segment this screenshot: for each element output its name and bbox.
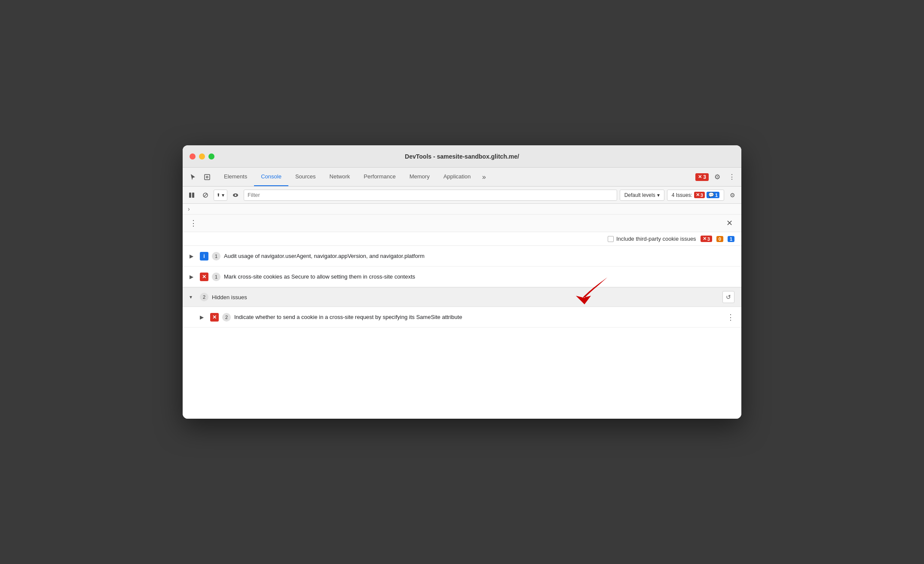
tab-memory[interactable]: Memory [403, 168, 437, 186]
cookie-info-badge: 1 [728, 236, 734, 242]
hidden-issues-expand-icon[interactable]: ▾ [190, 294, 196, 300]
issue-row[interactable]: ▶ i 1 Audit usage of navigator.userAgent… [183, 246, 741, 267]
error-badge: ✕ 3 [695, 173, 709, 181]
issues-panel-header: ⋮ ✕ [183, 215, 741, 232]
console-settings-button[interactable]: ⚙ [727, 190, 738, 201]
refresh-issues-button[interactable]: ↺ [722, 291, 734, 303]
nested-issue-kebab-icon[interactable]: ⋮ [727, 313, 734, 322]
title-bar: DevTools - samesite-sandbox.glitch.me/ [183, 145, 741, 168]
expand-arrow-icon[interactable]: ▶ [190, 253, 196, 259]
svg-rect-2 [189, 193, 191, 198]
tab-sources[interactable]: Sources [288, 168, 323, 186]
inspect-icon-button[interactable] [201, 171, 214, 184]
svg-point-1 [206, 176, 208, 178]
tab-application[interactable]: Application [437, 168, 478, 186]
nested-issue-row[interactable]: ▶ ✕ 2 Indicate whether to send a cookie … [183, 307, 741, 328]
hidden-issues-label: Hidden issues [212, 294, 719, 300]
console-body: › ⋮ ✕ Include third-party cookie issues … [183, 204, 741, 419]
hidden-issues-count-badge: 2 [200, 293, 208, 301]
error-x-icon: ✕ [698, 174, 702, 180]
settings-icon-button[interactable]: ⚙ [711, 171, 723, 183]
cookie-issues-checkbox-label[interactable]: Include third-party cookie issues [608, 236, 696, 242]
console-toolbar: ⬆ ▾ Default levels ▾ 4 Issues: ✕ 3 💬 1 [183, 187, 741, 204]
cursor-icon-button[interactable] [186, 171, 199, 184]
hidden-issues-section-header: ▾ 2 Hidden issues ↺ [183, 287, 741, 307]
nested-expand-arrow-icon[interactable]: ▶ [200, 314, 207, 320]
nested-issue-text: Indicate whether to send a cookie in a c… [234, 314, 723, 320]
filter-input[interactable] [244, 190, 617, 201]
more-tabs-button[interactable]: » [477, 171, 490, 184]
tab-performance[interactable]: Performance [357, 168, 402, 186]
ban-icon-button[interactable] [200, 190, 211, 201]
nested-issue-count-badge: 2 [222, 313, 231, 322]
issue-count-badge: 1 [212, 273, 220, 281]
console-path: › [183, 204, 741, 215]
issue-text: Mark cross-site cookies as Secure to all… [224, 273, 734, 280]
issue-info-icon: i [200, 252, 208, 261]
tabs-list: Elements Console Sources Network Perform… [217, 168, 695, 186]
tab-console[interactable]: Console [254, 168, 288, 186]
svg-rect-3 [192, 193, 194, 198]
devtools-window: DevTools - samesite-sandbox.glitch.me/ E… [183, 145, 741, 419]
maximize-window-button[interactable] [208, 153, 214, 159]
svg-point-7 [235, 194, 236, 196]
issue-error-icon: ✕ [200, 273, 208, 281]
issue-row[interactable]: ▶ ✕ 1 Mark cross-site cookies as Secure … [183, 267, 741, 287]
cookie-error-badge: ✕ 3 [701, 236, 712, 242]
cookie-issues-row: Include third-party cookie issues ✕ 3 0 … [183, 232, 741, 246]
close-window-button[interactable] [190, 153, 196, 159]
cookie-warning-badge: 0 [716, 236, 723, 242]
eye-icon-button[interactable] [230, 190, 241, 201]
tab-elements[interactable]: Elements [217, 168, 254, 186]
window-title: DevTools - samesite-sandbox.glitch.me/ [405, 153, 519, 160]
devtools-tab-bar: Elements Console Sources Network Perform… [183, 168, 741, 187]
issues-count-badge[interactable]: 4 Issues: ✕ 3 💬 1 [667, 190, 724, 201]
default-levels-button[interactable]: Default levels ▾ [620, 190, 664, 201]
tab-actions: ✕ 3 ⚙ ⋮ [695, 171, 738, 183]
issue-count-badge: 1 [212, 252, 220, 261]
tab-icon-group [186, 171, 214, 184]
issues-kebab-icon[interactable]: ⋮ [190, 219, 198, 227]
nested-issue-error-icon: ✕ [210, 313, 219, 322]
cookie-issues-checkbox[interactable] [608, 236, 614, 242]
tab-network[interactable]: Network [323, 168, 357, 186]
issues-error-count: ✕ 3 [694, 192, 705, 198]
context-selector[interactable]: ⬆ ▾ [214, 190, 227, 201]
svg-rect-0 [205, 175, 210, 180]
window-controls [190, 153, 214, 159]
issue-text: Audit usage of navigator.userAgent, navi… [224, 253, 734, 259]
red-arrow-svg [569, 272, 621, 307]
minimize-window-button[interactable] [199, 153, 205, 159]
toggle-sidebar-button[interactable] [186, 190, 197, 201]
expand-arrow-icon[interactable]: ▶ [190, 274, 196, 280]
issues-info-count: 💬 1 [707, 192, 719, 198]
more-options-icon-button[interactable]: ⋮ [726, 171, 738, 183]
path-chevron-icon: › [188, 205, 190, 212]
svg-line-5 [204, 193, 207, 197]
issues-close-icon[interactable]: ✕ [724, 218, 734, 228]
